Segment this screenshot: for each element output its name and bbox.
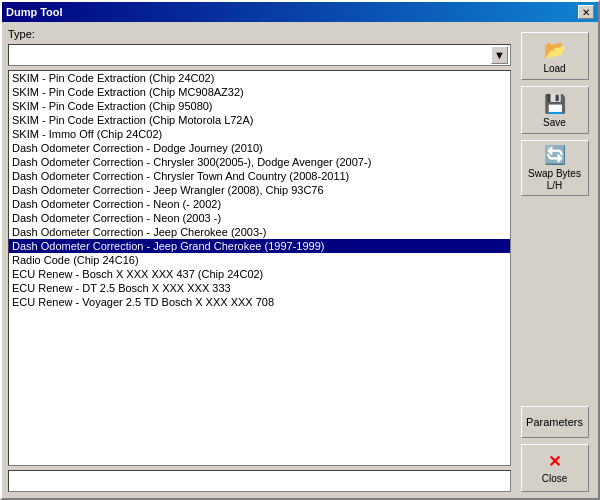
list-item[interactable]: Dash Odometer Correction - Chrysler Town…	[9, 169, 510, 183]
type-label: Type:	[8, 28, 511, 40]
list-item[interactable]: SKIM - Pin Code Extraction (Chip 24C02)	[9, 71, 510, 85]
list-item[interactable]: Dash Odometer Correction - Dodge Journey…	[9, 141, 510, 155]
list-item[interactable]: Dash Odometer Correction - Chrysler 300(…	[9, 155, 510, 169]
item-listbox[interactable]: SKIM - Pin Code Extraction (Chip 24C02)S…	[8, 70, 511, 466]
list-item[interactable]: Dash Odometer Correction - Neon (2003 -)	[9, 211, 510, 225]
load-label: Load	[543, 63, 565, 74]
dump-tool-window: Dump Tool ✕ Type: ▼ SKIM - Pin Code Extr…	[0, 0, 600, 500]
list-item[interactable]: SKIM - Pin Code Extraction (Chip Motorol…	[9, 113, 510, 127]
save-icon: 💾	[544, 93, 566, 115]
title-bar: Dump Tool ✕	[2, 2, 598, 22]
parameters-label: Parameters	[526, 416, 583, 428]
list-item[interactable]: Dash Odometer Correction - Jeep Grand Ch…	[9, 239, 510, 253]
close-icon: ✕	[548, 452, 561, 471]
dropdown-wrapper: ▼	[8, 44, 511, 66]
right-panel: 📂 Load 💾 Save 🔄 Swap Bytes L/H Parameter…	[517, 28, 592, 492]
swap-icon: 🔄	[544, 144, 566, 166]
load-icon: 📂	[544, 39, 566, 61]
list-item[interactable]: SKIM - Pin Code Extraction (Chip 95080)	[9, 99, 510, 113]
list-item[interactable]: SKIM - Pin Code Extraction (Chip MC908AZ…	[9, 85, 510, 99]
content-area: Type: ▼ SKIM - Pin Code Extraction (Chip…	[2, 22, 598, 498]
list-item[interactable]: Dash Odometer Correction - Jeep Cherokee…	[9, 225, 510, 239]
dropdown-arrow-button[interactable]: ▼	[491, 46, 508, 64]
type-dropdown[interactable]: ▼	[8, 44, 511, 66]
list-item[interactable]: ECU Renew - Voyager 2.5 TD Bosch X XXX X…	[9, 295, 510, 309]
save-label: Save	[543, 117, 566, 128]
load-button[interactable]: 📂 Load	[521, 32, 589, 80]
window-title: Dump Tool	[6, 6, 63, 18]
list-item[interactable]: ECU Renew - Bosch X XXX XXX 437 (Chip 24…	[9, 267, 510, 281]
list-item[interactable]: Radio Code (Chip 24C16)	[9, 253, 510, 267]
swap-bytes-button[interactable]: 🔄 Swap Bytes L/H	[521, 140, 589, 196]
window-close-button[interactable]: ✕	[578, 5, 594, 19]
left-panel: Type: ▼ SKIM - Pin Code Extraction (Chip…	[8, 28, 511, 492]
list-item[interactable]: Dash Odometer Correction - Neon (- 2002)	[9, 197, 510, 211]
save-button[interactable]: 💾 Save	[521, 86, 589, 134]
list-item[interactable]: SKIM - Immo Off (Chip 24C02)	[9, 127, 510, 141]
close-label: Close	[542, 473, 568, 484]
list-item[interactable]: ECU Renew - DT 2.5 Bosch X XXX XXX 333	[9, 281, 510, 295]
parameters-button[interactable]: Parameters	[521, 406, 589, 438]
list-item[interactable]: Dash Odometer Correction - Jeep Wrangler…	[9, 183, 510, 197]
swap-label: Swap Bytes L/H	[522, 168, 588, 192]
close-button[interactable]: ✕ Close	[521, 444, 589, 492]
bottom-input-field[interactable]	[8, 470, 511, 492]
